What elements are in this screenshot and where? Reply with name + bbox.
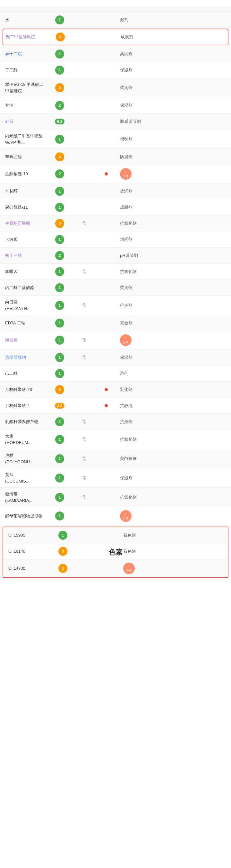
ingredient-row: 辛甘醇1柔润剂 xyxy=(0,183,231,199)
safety-badge: 3 xyxy=(47,83,73,92)
ingredient-row: CI 159851着色剂 xyxy=(3,527,228,543)
share-label: 分享 xyxy=(123,340,129,345)
safety-badge: 2 xyxy=(47,169,73,179)
active-cell: ⚗ xyxy=(73,354,95,361)
share-label: 分享 xyxy=(126,569,132,573)
share-icon: ↑ xyxy=(125,336,127,340)
ingredient-name: CI 19140 xyxy=(8,548,50,555)
ingredient-name: 水 xyxy=(5,17,47,23)
safety-badge: 1 xyxy=(50,531,76,540)
ingredient-row: 糖海带 (LAMINARIA...1⚗抗氧化剂 xyxy=(0,488,231,507)
ingredient-name: 大麦 (HORDEUM... xyxy=(5,433,47,445)
ingredient-name: 向日葵 (HELIANTH... xyxy=(5,299,47,311)
safety-badge: 2 xyxy=(47,251,73,260)
share-button[interactable]: ↑ 分享 xyxy=(120,334,131,346)
safety-badge: 1 xyxy=(47,369,73,378)
ingredient-row: 异十二烷1柔润剂 xyxy=(0,46,231,62)
active-icon: ⚗ xyxy=(81,475,86,481)
purpose-cell: 着色剂 xyxy=(121,549,223,554)
ingredient-row: 向日葵 (HELIANTH...1⚗抗炎剂 xyxy=(0,296,231,315)
ingredient-row: 海藻糖1⚗ ↑ 分享 xyxy=(0,331,231,349)
purpose-cell: 成膜剂 xyxy=(117,205,226,210)
ingredient-name: 透明质酸钠 xyxy=(5,354,47,361)
ingredient-row: 己二醇1溶剂 xyxy=(0,366,231,381)
ingredient-name: 生育酚乙酸酯 xyxy=(5,220,47,227)
ingredient-row: 乳酸杆菌发酵产物1⚗抗炎剂 xyxy=(0,414,231,430)
purpose-cell[interactable]: ↑ 分享 xyxy=(117,510,226,522)
ingredient-name: 酵母菌溶胞物提取物 xyxy=(5,513,47,519)
safety-badge: 0-2 xyxy=(47,119,73,124)
ingredient-name: 黄瓜 (CUCUMIS... xyxy=(5,472,47,484)
ingredient-name: 己二醇 xyxy=(5,370,47,377)
purpose-cell: 增稠剂 xyxy=(117,136,226,142)
ingredient-name: CI 14700 xyxy=(8,565,50,571)
table-header xyxy=(0,6,231,12)
purpose-cell: 柔润剂 xyxy=(117,285,226,290)
safety-badge: 2 xyxy=(47,101,73,110)
ingredient-name: 咖啡因 xyxy=(5,269,47,275)
purpose-cell: 溶剂 xyxy=(117,17,226,23)
purpose-cell: 防腐剂 xyxy=(117,154,226,160)
cancer-dot xyxy=(105,388,108,391)
ingredient-name: 糖海带 (LAMINARIA... xyxy=(5,491,47,503)
safety-badge: 1 xyxy=(47,512,73,521)
share-button[interactable]: ↑ 分享 xyxy=(120,168,131,180)
ingredient-name: 辛甘醇 xyxy=(5,188,47,194)
safety-badge: 1 xyxy=(47,473,73,483)
purpose-cell[interactable]: ↑ 分享 xyxy=(121,563,223,574)
ingredient-row: 苯氧乙醇4防腐剂 xyxy=(0,149,231,165)
ingredient-name: 卡波姆 xyxy=(5,236,47,243)
ingredient-name: 双-PEG-18 甲基醚二甲基硅烷 xyxy=(5,81,47,94)
ingredient-row: 咖啡因1⚗抗氧化剂 xyxy=(0,264,231,280)
ingredient-row: CI 147003 ↑ 分享 xyxy=(3,559,228,578)
ingredient-name: 丙烯酰二甲基牛磺酸铵/VP 共... xyxy=(5,133,47,145)
share-button[interactable]: ↑ 分享 xyxy=(123,563,135,574)
ingredient-name: 丁二醇 xyxy=(5,67,47,73)
ingredient-name: 聚硅氧烷-11 xyxy=(5,204,47,211)
ingredient-name: 月桂醇聚醚-4 xyxy=(5,403,47,409)
ingredient-row: 月桂醇聚醚-233乳化剂 xyxy=(0,381,231,398)
ingredient-row: 黄瓜 (CUCUMIS...1⚗保湿剂 xyxy=(0,468,231,488)
purpose-cell: 螯合剂 xyxy=(117,320,226,326)
ingredient-name: 丙二醇二葵酸酯 xyxy=(5,284,47,291)
purpose-cell: 柔润剂 xyxy=(117,51,226,57)
share-icon: ↑ xyxy=(125,512,127,516)
active-icon: ⚗ xyxy=(81,419,86,425)
ingredient-row: 氨丁三醇2pH调节剂 xyxy=(0,248,231,264)
purpose-cell: 抗氧化剂 xyxy=(117,494,226,500)
cancer-cell xyxy=(95,172,117,176)
safety-badge: 1 xyxy=(47,135,73,144)
safety-badge: 3 xyxy=(47,32,73,41)
ingredient-name: 聚二甲基硅氧烷 xyxy=(6,34,47,40)
safety-badge: 1 xyxy=(47,187,73,196)
ingredient-name: 苯氧乙醇 xyxy=(5,154,47,160)
purpose-cell: 柔润剂 xyxy=(117,188,226,194)
purpose-cell: 保湿剂 xyxy=(117,475,226,481)
purpose-cell[interactable]: ↑ 分享 xyxy=(117,334,226,346)
safety-badge: 2-3 xyxy=(47,403,73,409)
share-icon: ↑ xyxy=(125,170,127,174)
purpose-cell: 增稠剂 xyxy=(117,237,226,242)
purpose-cell[interactable]: ↑ 分享 xyxy=(117,168,226,180)
ingredient-row: 生育酚乙酸酯3⚗抗氧化剂 xyxy=(0,215,231,231)
ingredient-row: 虎杖 (POLYGONU...1⚗美白祛斑 xyxy=(0,449,231,468)
ingredient-row: 聚硅氧烷-111成膜剂 xyxy=(0,199,231,215)
active-icon: ⚗ xyxy=(81,269,86,275)
active-icon: ⚗ xyxy=(81,303,86,308)
ingredient-row: 聚二甲基硅氧烷3成膜剂 xyxy=(3,29,228,45)
purpose-cell: 乳化剂 xyxy=(117,387,226,393)
cancer-cell xyxy=(95,388,117,391)
safety-badge: 1 xyxy=(47,235,73,244)
share-label: 分享 xyxy=(123,516,129,521)
safety-badge: 1 xyxy=(47,283,73,292)
share-button[interactable]: ↑ 分享 xyxy=(120,510,131,522)
safety-badge: 1 xyxy=(47,318,73,328)
ingredient-row: 硅石0-2肤感调节剂 xyxy=(0,114,231,129)
active-cell: ⚗ xyxy=(73,494,95,500)
ingredient-row: 大麦 (HORDEUM...1⚗抗氧化剂 xyxy=(0,430,231,449)
safety-badge: 1 xyxy=(47,454,73,463)
purpose-cell: 抗炎剂 xyxy=(117,303,226,308)
cancer-dot xyxy=(105,172,108,176)
purpose-cell: 着色剂 xyxy=(121,532,223,538)
ingredient-name: 月桂醇聚醚-23 xyxy=(5,386,47,393)
